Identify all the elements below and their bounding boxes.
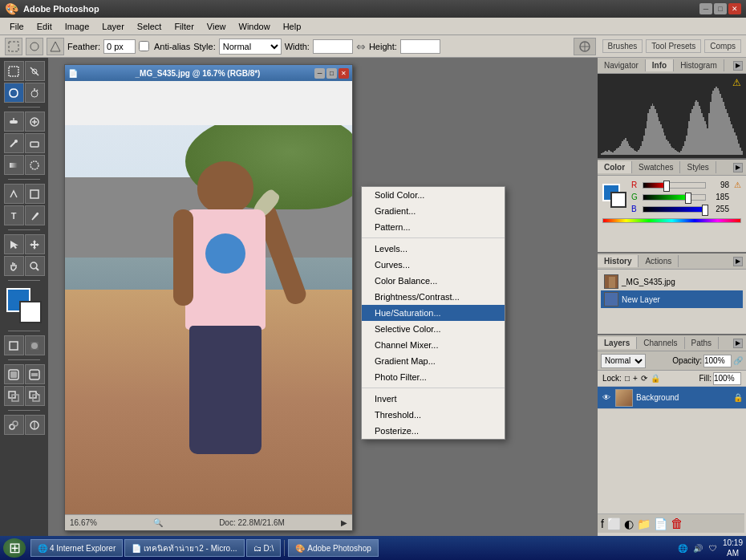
folder-btn[interactable]: 📁 <box>637 517 651 530</box>
extra-tool-5[interactable] <box>4 415 24 435</box>
menu-gradient-map[interactable]: Gradient Map... <box>362 353 505 369</box>
background-color[interactable] <box>19 301 42 323</box>
standard-mode[interactable] <box>4 335 24 355</box>
start-button[interactable]: ⊞ <box>3 538 26 558</box>
brush-tool[interactable] <box>4 133 24 153</box>
height-input[interactable] <box>400 39 440 54</box>
menu-view[interactable]: View <box>201 20 233 33</box>
menu-pattern[interactable]: Pattern... <box>362 219 505 235</box>
styles-tab[interactable]: Styles <box>680 161 716 173</box>
swatches-tab[interactable]: Swatches <box>632 161 680 173</box>
taskbar-photoshop[interactable]: 🎨 Adobe Photoshop <box>288 539 379 557</box>
close-button[interactable]: ✕ <box>728 3 741 14</box>
healing-brush[interactable] <box>4 112 24 132</box>
antialiased-checkbox[interactable] <box>139 41 149 51</box>
history-item-2[interactable]: New Layer <box>601 290 743 308</box>
adj-layer-btn[interactable]: ◐ <box>624 517 634 530</box>
g-slider[interactable] <box>643 194 706 201</box>
extra-tool-4[interactable] <box>25 386 45 406</box>
menu-select[interactable]: Select <box>131 20 168 33</box>
brushes-tab[interactable]: Brushes <box>602 39 643 53</box>
layers-collapse[interactable]: ▶ <box>733 339 743 348</box>
magic-wand-tool[interactable] <box>25 83 45 103</box>
menu-selective-color[interactable]: Selective Color... <box>362 321 505 337</box>
gradient-tool[interactable] <box>4 155 24 175</box>
tool-presets-tab[interactable]: Tool Presets <box>646 39 701 53</box>
taskbar-word[interactable]: 📄 เทคนิคท้าน่ายา2 - Micro... <box>124 539 244 557</box>
histogram-tab[interactable]: Histogram <box>674 59 724 71</box>
actions-tab[interactable]: Actions <box>639 255 679 267</box>
menu-image[interactable]: Image <box>59 20 96 33</box>
width-input[interactable] <box>313 39 353 54</box>
menu-gradient[interactable]: Gradient... <box>362 203 505 219</box>
color-spectrum[interactable] <box>602 218 741 223</box>
layer-background[interactable]: 👁 Background 🔒 <box>598 387 746 409</box>
style-select[interactable]: Normal Fixed Ratio Fixed Size <box>219 39 282 55</box>
taskbar-ie[interactable]: 🌐 4 Internet Explorer <box>30 539 123 557</box>
menu-filter[interactable]: Filter <box>168 20 200 33</box>
r-slider[interactable] <box>643 182 706 189</box>
bg-swatch[interactable] <box>610 192 626 208</box>
hand-tool[interactable] <box>4 256 24 276</box>
menu-color-balance[interactable]: Color Balance... <box>362 273 505 289</box>
lasso-tool[interactable] <box>4 83 24 103</box>
marquee-tool[interactable] <box>4 61 24 81</box>
menu-edit[interactable]: Edit <box>30 20 59 33</box>
nav-collapse[interactable]: ▶ <box>733 61 743 71</box>
opacity-input[interactable] <box>703 355 732 367</box>
zoom-tool[interactable] <box>25 256 45 276</box>
menu-curves[interactable]: Curves... <box>362 257 505 273</box>
clone-tool[interactable] <box>25 112 45 132</box>
doc-close-btn[interactable]: ✕ <box>339 68 349 79</box>
menu-help[interactable]: Help <box>277 20 308 33</box>
quick-mask-mode[interactable] <box>25 335 45 355</box>
path-tool[interactable] <box>4 184 24 204</box>
extra-tool-6[interactable] <box>25 415 45 435</box>
menu-channel-mixer[interactable]: Channel Mixer... <box>362 337 505 353</box>
maximize-button[interactable]: □ <box>714 3 727 14</box>
menu-solid-color[interactable]: Solid Color... <box>362 187 505 203</box>
move-tool[interactable] <box>25 234 45 254</box>
add-mask-btn[interactable]: ⬜ <box>607 517 621 530</box>
new-layer-btn[interactable]: 📄 <box>654 517 667 530</box>
eraser-tool[interactable] <box>25 133 45 153</box>
b-slider[interactable] <box>643 206 706 213</box>
menu-invert[interactable]: Invert <box>362 391 505 407</box>
history-item-1[interactable]: _MG_S435.jpg <box>601 273 743 290</box>
blend-mode-select[interactable]: Normal Multiply Screen <box>601 354 646 368</box>
extra-tool-1[interactable] <box>4 364 24 384</box>
layer-fx-btn[interactable]: f <box>601 517 604 530</box>
scroll-right[interactable]: ▶ <box>341 518 347 527</box>
menu-window[interactable]: Window <box>233 20 277 33</box>
crop-tool[interactable] <box>25 61 45 81</box>
menu-file[interactable]: File <box>3 20 30 33</box>
paths-tab[interactable]: Paths <box>685 337 720 349</box>
doc-minimize-btn[interactable]: ─ <box>314 68 325 79</box>
extra-tool-3[interactable] <box>4 386 24 406</box>
menu-threshold[interactable]: Threshold... <box>362 407 505 423</box>
blur-tool[interactable] <box>25 155 45 175</box>
minimize-button[interactable]: ─ <box>699 3 712 14</box>
menu-hue-saturation[interactable]: Hue/Saturation... <box>362 305 505 321</box>
menu-brightness[interactable]: Brightness/Contrast... <box>362 289 505 305</box>
channels-tab[interactable]: Channels <box>637 337 684 349</box>
menu-levels[interactable]: Levels... <box>362 241 505 257</box>
type-tool[interactable]: T <box>4 205 24 225</box>
direct-select[interactable] <box>4 234 24 254</box>
history-tab[interactable]: History <box>598 255 639 267</box>
layer-vis-icon[interactable]: 👁 <box>601 392 612 404</box>
color-tab[interactable]: Color <box>598 161 632 173</box>
navigator-tab[interactable]: Navigator <box>598 59 646 71</box>
menu-layer[interactable]: Layer <box>95 20 131 33</box>
color-collapse[interactable]: ▶ <box>733 163 743 172</box>
layers-tab[interactable]: Layers <box>598 337 637 349</box>
delete-layer-btn[interactable]: 🗑 <box>671 517 683 531</box>
menu-photo-filter[interactable]: Photo Filter... <box>362 369 505 385</box>
document-canvas[interactable] <box>65 81 352 514</box>
shape-tool[interactable] <box>25 184 45 204</box>
info-tab[interactable]: Info <box>646 59 674 71</box>
doc-maximize-btn[interactable]: □ <box>326 68 337 79</box>
feather-input[interactable] <box>103 39 136 54</box>
history-collapse[interactable]: ▶ <box>733 257 743 266</box>
extra-tool-2[interactable] <box>25 364 45 384</box>
